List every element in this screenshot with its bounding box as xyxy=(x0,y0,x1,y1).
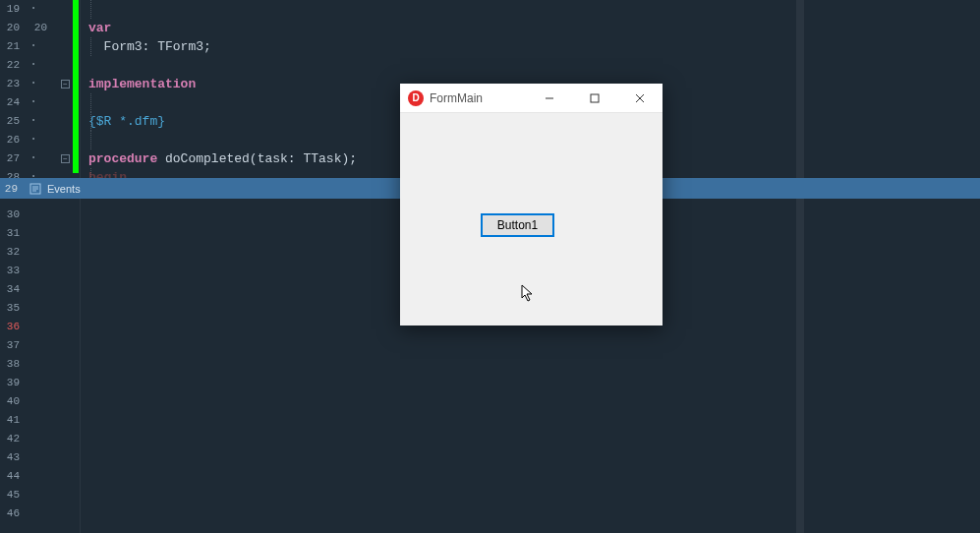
button-label: Button1 xyxy=(497,218,538,232)
window-controls xyxy=(527,84,663,112)
line-number: 40 xyxy=(0,392,20,411)
gutter-dot: · xyxy=(20,75,47,93)
gutter-dot: · xyxy=(20,149,47,168)
events-icon xyxy=(29,183,41,195)
gutter-dot: · xyxy=(20,0,47,19)
maximize-icon xyxy=(590,93,600,103)
line-number: 23 xyxy=(0,75,20,93)
keyword: implementation xyxy=(88,77,196,91)
window-titlebar[interactable]: D FormMain xyxy=(400,84,663,113)
line-number: 39 xyxy=(0,374,20,392)
keyword: var xyxy=(88,21,111,35)
minimize-button[interactable] xyxy=(527,84,572,113)
line-number: 38 xyxy=(0,355,20,374)
line-number: 24 xyxy=(0,93,20,112)
minimize-icon xyxy=(545,93,554,103)
line-number: 30 xyxy=(0,206,20,224)
line-number: 19 xyxy=(0,0,20,19)
svg-rect-2 xyxy=(591,94,599,102)
line-number: 21 xyxy=(0,37,20,56)
line-number-secondary: 20 xyxy=(20,19,47,37)
line-number: 44 xyxy=(0,467,20,486)
line-number: 25 xyxy=(0,112,20,131)
scrollbar-track[interactable] xyxy=(796,0,803,533)
line-number: 27 xyxy=(0,149,20,168)
gutter-dot: · xyxy=(20,37,47,56)
close-button[interactable] xyxy=(617,84,663,113)
events-panel-label: Events xyxy=(47,183,81,195)
maximize-button[interactable] xyxy=(572,84,617,113)
line-number: 20 xyxy=(0,19,20,37)
line-number: 37 xyxy=(0,336,20,355)
line-number: 45 xyxy=(0,486,20,504)
line-number: 42 xyxy=(0,430,20,448)
button1[interactable]: Button1 xyxy=(481,213,554,237)
line-number: 26 xyxy=(0,131,20,149)
line-number: 35 xyxy=(0,299,20,318)
gutter-dot: · xyxy=(20,131,47,149)
form-client-area[interactable]: Button1 xyxy=(400,113,663,326)
line-number: 33 xyxy=(0,262,20,280)
line-number: 46 xyxy=(0,504,20,523)
line-number: 34 xyxy=(0,280,20,299)
line-number: 29 xyxy=(0,183,20,195)
window-title: FormMain xyxy=(430,91,527,105)
app-icon: D xyxy=(408,90,424,106)
editor-gutter: − − 19· 2020 21· 22· 23· 24· 25· 26· 27·… xyxy=(0,0,81,533)
gutter-dot: · xyxy=(20,93,47,112)
close-icon xyxy=(635,93,645,103)
line-number: 22 xyxy=(0,56,20,75)
keyword: procedure xyxy=(88,151,157,166)
line-number: 43 xyxy=(0,448,20,467)
gutter-dot: · xyxy=(20,112,47,131)
line-number: 31 xyxy=(0,224,20,243)
line-number: 32 xyxy=(0,243,20,262)
code-text: doCompleted(task: TTask); xyxy=(157,151,357,166)
code-text: Form3: TForm3; xyxy=(104,39,211,54)
gutter-dot: · xyxy=(20,56,47,75)
right-side-panel xyxy=(803,0,980,533)
compiler-directive: {$R *.dfm} xyxy=(88,114,165,129)
form-main-window: D FormMain Button1 xyxy=(400,84,663,326)
line-number: 41 xyxy=(0,411,20,430)
line-number: 36 xyxy=(0,318,20,336)
